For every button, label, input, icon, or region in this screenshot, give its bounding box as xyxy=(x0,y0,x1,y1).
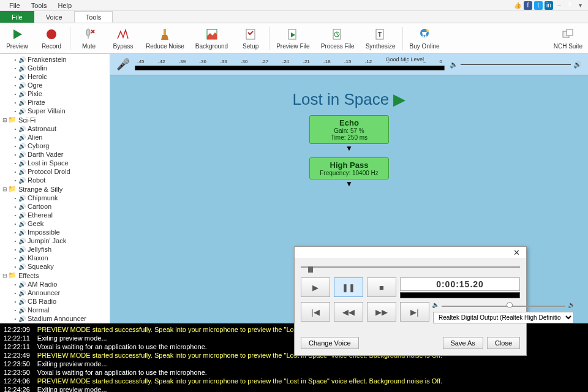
tree-item[interactable]: •🔊Normal xyxy=(0,306,110,314)
skip-start-button[interactable]: |◀ xyxy=(301,302,330,322)
stop-button[interactable]: ■ xyxy=(367,277,396,297)
bullet-icon: • xyxy=(13,316,17,322)
effect-node-echo[interactable]: Echo Gain: 57 % Time: 250 ms xyxy=(309,115,389,144)
bullet-icon: • xyxy=(13,160,17,166)
tree-item[interactable]: •🔊Alien xyxy=(0,133,110,141)
setup-button[interactable]: Setup xyxy=(233,24,268,52)
save-as-button[interactable]: Save As xyxy=(443,337,483,349)
tree-item[interactable]: •🔊Impossible xyxy=(0,228,110,236)
record-button[interactable]: Record xyxy=(34,24,69,52)
tree-item[interactable]: •🔊Jellyfish xyxy=(0,245,110,254)
process-file-icon xyxy=(331,27,344,42)
pause-button[interactable]: ❚❚ xyxy=(334,277,363,297)
tree-item[interactable]: •🔊Klaxon xyxy=(0,254,110,262)
tree-item[interactable]: •🔊Pixie xyxy=(0,89,110,98)
menu-file[interactable]: File xyxy=(4,1,26,10)
tab-file[interactable]: File xyxy=(0,11,34,23)
collapse-icon[interactable]: ⊟ xyxy=(1,273,8,279)
like-icon[interactable]: 👍 xyxy=(513,1,522,10)
twitter-icon[interactable]: t xyxy=(534,1,543,10)
tree-category[interactable]: ⊟📁Effects xyxy=(0,271,110,280)
play-button[interactable]: ▶ xyxy=(301,277,330,297)
close-button[interactable]: Close xyxy=(487,337,520,349)
tree-item[interactable]: •🔊Robot xyxy=(0,176,110,184)
rewind-button[interactable]: ◀◀ xyxy=(334,302,363,322)
tree-item[interactable]: •🔊Jumpin' Jack xyxy=(0,236,110,245)
tree-item[interactable]: •🔊Pirate xyxy=(0,98,110,107)
tree-category[interactable]: ⊟📁Strange & Silly xyxy=(0,184,110,194)
social-icons: 👍 f t in – ? ▾ xyxy=(513,1,584,10)
sound-icon: 🔊 xyxy=(18,91,26,97)
speaker-loud-icon: 🔊 xyxy=(573,61,582,69)
collapse-icon[interactable]: ⊟ xyxy=(1,117,8,123)
cart-icon xyxy=(418,27,431,42)
buy-online-button[interactable]: Buy Online xyxy=(404,24,445,52)
tab-voice[interactable]: Voice xyxy=(34,11,74,23)
synthesize-button[interactable]: T Synthesize xyxy=(360,24,401,52)
tree-item-label: AM Radio xyxy=(28,281,57,288)
dropdown-icon[interactable]: ▾ xyxy=(576,1,584,10)
bullet-icon: • xyxy=(13,204,17,209)
tree-item-label: Alien xyxy=(28,134,42,141)
tree-item[interactable]: •🔊Cartoon xyxy=(0,202,110,211)
tree-item[interactable]: •🔊Ethereal xyxy=(0,211,110,219)
reduce-noise-button[interactable]: Reduce Noise xyxy=(140,24,190,52)
suite-icon xyxy=(561,27,575,42)
tree-item[interactable]: •🔊Frankenstein xyxy=(0,55,110,64)
node-title: High Pass xyxy=(316,160,382,170)
position-slider[interactable] xyxy=(301,266,520,273)
bullet-icon: • xyxy=(13,299,17,304)
menu-help[interactable]: Help xyxy=(52,1,77,10)
tree-item[interactable]: •🔊Protocol Droid xyxy=(0,167,110,176)
tree-item-label: Frankenstein xyxy=(28,56,67,63)
preview-button[interactable]: Preview xyxy=(0,24,34,52)
tree-item[interactable]: •🔊Cyborg xyxy=(0,141,110,150)
svg-point-16 xyxy=(423,36,424,37)
chain-title: Lost in Space xyxy=(293,90,390,108)
bypass-button[interactable]: Bypass xyxy=(106,24,140,52)
tree-item[interactable]: •🔊CB Radio xyxy=(0,297,110,306)
bullet-icon: • xyxy=(13,307,17,313)
preview-file-button[interactable]: Preview File xyxy=(271,24,315,52)
mute-button[interactable]: Mute xyxy=(72,24,106,52)
voice-tree[interactable]: •🔊Frankenstein•🔊Goblin•🔊Heroic•🔊Ogre•🔊Pi… xyxy=(0,54,110,323)
process-file-button[interactable]: Process File xyxy=(315,24,360,52)
tree-category[interactable]: ⊟📁Sci-Fi xyxy=(0,115,110,124)
nch-suite-button[interactable]: NCH Suite xyxy=(548,24,588,52)
tree-item[interactable]: •🔊Super Villain xyxy=(0,107,110,115)
tree-item[interactable]: •🔊AM Radio xyxy=(0,280,110,288)
tree-item-label: Stadium Announcer xyxy=(28,315,86,322)
tree-item[interactable]: •🔊Heroic xyxy=(0,72,110,81)
tree-item[interactable]: •🔊Announcer xyxy=(0,288,110,297)
close-icon[interactable]: ✕ xyxy=(509,248,524,257)
collapse-icon[interactable]: ⊟ xyxy=(1,186,8,192)
tree-item[interactable]: •🔊Chipmunk xyxy=(0,194,110,202)
tree-item[interactable]: •🔊Goblin xyxy=(0,64,110,72)
tree-item[interactable]: •🔊Astronaut xyxy=(0,124,110,133)
skip-end-button[interactable]: ▶| xyxy=(400,302,429,322)
forward-button[interactable]: ▶▶ xyxy=(367,302,396,322)
change-voice-button[interactable]: Change Voice xyxy=(301,337,359,349)
tree-item[interactable]: •🔊Ogre xyxy=(0,81,110,89)
folder-icon: 📁 xyxy=(8,116,17,124)
help-icon[interactable]: ? xyxy=(565,1,574,10)
tree-item[interactable]: •🔊Squeaky xyxy=(0,262,110,271)
chain-play-icon[interactable]: ▶ xyxy=(393,90,405,108)
background-button[interactable]: Background xyxy=(190,24,233,52)
tab-tools[interactable]: Tools xyxy=(74,11,113,23)
volume-slider[interactable]: 🔈 🔊 xyxy=(433,303,574,309)
speaker-icon: 🔈 xyxy=(432,301,439,308)
tree-item[interactable]: •🔊Geek xyxy=(0,219,110,228)
brush-icon xyxy=(158,27,172,42)
effect-node-highpass[interactable]: High Pass Frequency: 10400 Hz xyxy=(309,157,389,179)
volume-control[interactable]: 🔈 🔊 xyxy=(450,61,582,69)
tree-item[interactable]: •🔊Lost in Space xyxy=(0,159,110,167)
facebook-icon[interactable]: f xyxy=(524,1,532,10)
tree-item[interactable]: •🔊Darth Vader xyxy=(0,150,110,159)
effect-chain-canvas: Lost in Space ▶ Echo Gain: 57 % Time: 25… xyxy=(110,75,588,323)
tree-item[interactable]: •🔊Stadium Announcer xyxy=(0,314,110,323)
linkedin-icon[interactable]: in xyxy=(545,1,553,10)
output-device-select[interactable]: Realtek Digital Output (Realtek High Def… xyxy=(433,312,574,323)
sound-icon: 🔊 xyxy=(18,290,26,296)
menu-tools[interactable]: Tools xyxy=(26,1,53,10)
